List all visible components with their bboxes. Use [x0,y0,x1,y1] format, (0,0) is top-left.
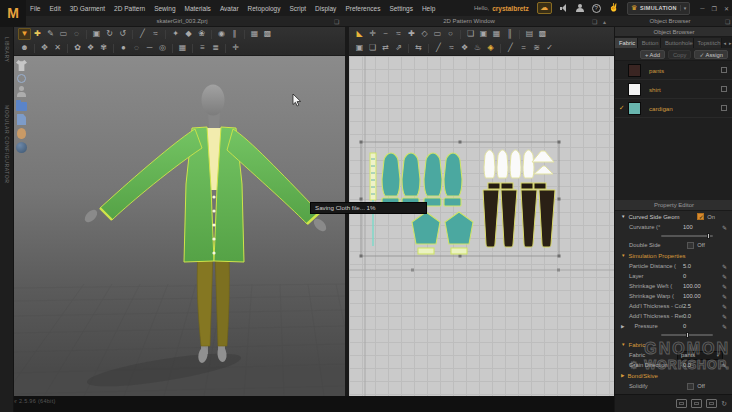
pants-pieces[interactable] [483,183,555,247]
menu-display[interactable]: Display [315,5,336,12]
rectangle-tool-icon[interactable]: ▭ [431,28,444,40]
pants-3d[interactable] [197,252,229,346]
layout-1-icon[interactable] [676,399,687,408]
solid-view-tool-icon[interactable]: ● [117,42,130,54]
property-value[interactable]: 2.5 [683,303,717,309]
property-value[interactable]: 0.0 [683,313,717,319]
tab-modular-configurator[interactable]: MODULAR CONFIGURATOR [4,105,10,183]
tab-library[interactable]: LIBRARY [4,37,10,63]
pattern-canvas-2d[interactable] [349,56,614,396]
slider-track[interactable] [661,334,713,336]
cloud-sync-icon[interactable]: ☁ [537,2,552,14]
expand-arrow-icon[interactable]: ▶ [621,373,624,378]
topstitch-tool-icon[interactable]: = [517,42,530,54]
popout-icon[interactable]: ❏ [725,18,730,25]
collapse-icon[interactable]: ▴ [603,18,606,25]
viewport-3d[interactable] [14,56,345,396]
expand-arrow-icon[interactable]: ▼ [621,214,625,219]
pattern-piece-placket[interactable] [370,153,376,246]
tab-scroll-right-icon[interactable]: ▸ [727,38,732,48]
garment-icon[interactable] [16,60,27,71]
rearrange-tool-icon[interactable]: ↺ [116,28,129,40]
avatar-icon[interactable] [16,86,27,97]
menu-help[interactable]: Help [422,5,435,12]
refresh-icon[interactable]: ↻ [721,400,727,408]
move-pattern-tool-icon[interactable]: ▣ [90,28,103,40]
fabric-swatch[interactable] [628,83,641,96]
expand-arrow-icon[interactable]: ▶ [621,324,624,329]
popout-icon[interactable]: ❏ [592,18,597,25]
box-select-tool-icon[interactable]: ▭ [57,28,70,40]
unfold-tool-icon[interactable]: ⇗ [392,42,405,54]
menu-script[interactable]: Script [289,5,306,12]
ghost-view-tool-icon[interactable]: ◌ [130,42,143,54]
edit-sewing-tool-icon[interactable]: ╱ [136,28,149,40]
layout-3-icon[interactable] [706,399,717,408]
mn-sewing-tool-icon[interactable]: ❖ [458,42,471,54]
edit-pencil-icon[interactable]: ✎ [717,293,727,300]
speaker-icon[interactable] [560,4,568,12]
property-value[interactable]: 0 [683,273,717,279]
edit-pencil-icon[interactable]: ✎ [717,224,727,231]
checkbox[interactable] [697,213,704,220]
help-icon[interactable]: ? [592,4,601,13]
edit-pencil-icon[interactable]: ✎ [717,362,727,369]
wind-tool-icon[interactable]: ❀ [195,28,208,40]
chevron-down-icon[interactable]: ▾ [717,353,719,358]
menu-preferences[interactable]: Preferences [345,5,380,12]
buttonhole-tool-icon[interactable]: ∥ [228,28,241,40]
property-section-fabric[interactable]: ▼Fabric [615,339,732,350]
simulation-button[interactable]: ♛ SIMULATION ▾ [627,2,691,15]
search-icon[interactable] [17,74,26,83]
menu-sewing[interactable]: Sewing [154,5,175,12]
property-value[interactable]: 5.0 [683,263,717,269]
gesture-icon[interactable]: ✌ [609,3,619,13]
add-point-tool-icon[interactable]: ✚ [405,28,418,40]
expand-arrow-icon[interactable]: ▼ [621,342,625,347]
edit-pencil-icon[interactable]: ✎ [717,303,727,310]
guide-tool-icon[interactable]: ✛ [229,42,242,54]
ruler-b-tool-icon[interactable]: ≣ [209,42,222,54]
simulate-tool-icon[interactable]: ▼ [18,28,31,40]
tab-button[interactable]: Button [638,38,661,48]
document-icon[interactable] [17,114,26,125]
grid-b-tool-icon[interactable]: ▩ [536,28,549,40]
check-tool-icon[interactable]: ✓ [543,42,556,54]
render-state-icon[interactable] [721,105,727,111]
reset-arrangement-tool-icon[interactable]: ↻ [103,28,116,40]
flatten-tool-icon[interactable]: ✾ [97,42,110,54]
tab-topstitch[interactable]: Topstitch [694,38,722,48]
close-button[interactable]: ✕ [724,5,729,12]
menu-2d-pattern[interactable]: 2D Pattern [114,5,145,12]
layout-2-icon[interactable] [691,399,702,408]
menu-3d-garment[interactable]: 3D Garment [70,5,105,12]
menu-settings[interactable]: Settings [389,5,413,12]
texture-b-tool-icon[interactable]: ▩ [261,28,274,40]
free-sewing-tool-icon[interactable]: ≈ [149,28,162,40]
transform-pattern-tool-icon[interactable]: ◣ [353,28,366,40]
cabinet-tool-icon[interactable]: ▦ [176,42,189,54]
edit-sewing-2d-tool-icon[interactable]: ╱ [432,42,445,54]
bounding-volume-tool-icon[interactable]: ✕ [51,42,64,54]
mirror-paste-tool-icon[interactable]: ⇄ [379,42,392,54]
select-mesh-tool-icon[interactable]: ✎ [44,28,57,40]
assign-button[interactable]: ✓ Assign [694,50,728,59]
fabric-row-shirt[interactable]: shirt [615,80,732,99]
property-value[interactable]: 100.00 [683,293,717,299]
edit-pencil-icon[interactable]: ✎ [717,263,727,270]
property-section-bond-skive[interactable]: ▶Bond/Skive [615,370,732,381]
property-section-curved-side-geom[interactable]: ▼Curved Side GeomOn [615,211,732,222]
menu-edit[interactable]: Edit [49,5,60,12]
fabric-dropdown[interactable]: pants▾ [677,351,723,360]
slider-knob[interactable] [707,233,710,239]
edit-pencil-icon[interactable]: ✎ [717,283,727,290]
edit-pencil-icon[interactable]: ✎ [717,323,727,330]
shirt-pieces[interactable] [484,150,554,178]
select-move-tool-icon[interactable]: ✚ [31,28,44,40]
restore-button[interactable]: ❐ [712,5,717,12]
texture-a-tool-icon[interactable]: ▦ [248,28,261,40]
menu-file[interactable]: File [30,5,40,12]
fabric-row-cardigan[interactable]: ✓cardigan [615,99,732,118]
menu-materials[interactable]: Materials [185,5,211,12]
fabric-row-pants[interactable]: pants [615,61,732,80]
